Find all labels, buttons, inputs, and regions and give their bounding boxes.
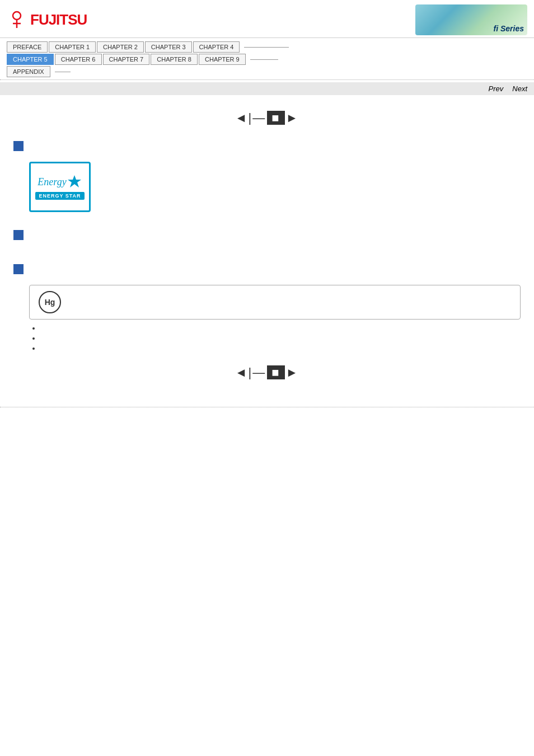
energy-star-logo: Energy ENERGY STAR — [29, 162, 91, 212]
svg-point-0 — [13, 12, 21, 20]
nav-tab-chapter7[interactable]: CHAPTER 7 — [103, 54, 150, 65]
energy-star-star-icon — [67, 174, 82, 190]
logo-text: FUJITSU — [30, 11, 87, 29]
energy-star-label: ENERGY STAR — [35, 192, 84, 200]
nav-tab-chapter2[interactable]: CHAPTER 2 — [97, 41, 144, 53]
nav-row-2: CHAPTER 5 CHAPTER 6 CHAPTER 7 CHAPTER 8 … — [7, 54, 527, 65]
section-3: Hg — [13, 260, 521, 352]
header-banner: fi Series — [415, 4, 527, 35]
page-nav-bottom: ◄|—■► — [13, 365, 521, 380]
section-2 — [13, 226, 521, 246]
separator-bottom — [0, 407, 534, 407]
nav-tab-appendix[interactable]: APPENDIX — [7, 66, 50, 77]
section-1-bullet — [13, 141, 24, 151]
main-content: ◄|—■► Energy ENERGY STAR Hg — [0, 95, 534, 398]
nav-tab-preface[interactable]: PREFACE — [7, 41, 48, 53]
nav-area: PREFACE CHAPTER 1 CHAPTER 2 CHAPTER 3 CH… — [0, 38, 534, 77]
bullet-item-1 — [40, 324, 521, 332]
nav-tab-chapter5[interactable]: CHAPTER 5 — [7, 54, 54, 65]
nav-tab-chapter3[interactable]: CHAPTER 3 — [145, 41, 192, 53]
prev-next-bar: Prev Next — [0, 82, 534, 95]
energy-star-script: Energy — [38, 176, 66, 188]
page-header: FUJITSU fi Series — [0, 0, 534, 38]
nav-line-2 — [250, 59, 278, 60]
nav-tab-chapter6[interactable]: CHAPTER 6 — [55, 54, 102, 65]
section-1: Energy ENERGY STAR — [13, 137, 521, 212]
nav-row-3: APPENDIX — [7, 66, 527, 77]
nav-line-1 — [244, 47, 289, 48]
svg-marker-3 — [68, 175, 81, 187]
mercury-box: Hg — [29, 285, 521, 320]
bullet-list — [40, 324, 521, 352]
bullet-item-3 — [40, 344, 521, 352]
separator-top — [0, 79, 534, 80]
fi-series-label: fi Series — [494, 24, 524, 33]
bullet-item-2 — [40, 334, 521, 342]
prev-button[interactable]: Prev — [489, 84, 504, 93]
hg-symbol: Hg — [39, 291, 61, 313]
nav-tab-chapter1[interactable]: CHAPTER 1 — [49, 41, 96, 53]
nav-row-1: PREFACE CHAPTER 1 CHAPTER 2 CHAPTER 3 CH… — [7, 41, 527, 53]
next-button[interactable]: Next — [512, 84, 527, 93]
nav-line-3 — [55, 72, 71, 72]
section-3-bullet — [13, 264, 24, 274]
section-2-bullet — [13, 230, 24, 240]
fujitsu-logo: FUJITSU — [7, 10, 87, 30]
nav-tab-chapter4[interactable]: CHAPTER 4 — [193, 41, 240, 53]
nav-tab-chapter8[interactable]: CHAPTER 8 — [151, 54, 198, 65]
page-nav-top: ◄|—■► — [13, 111, 521, 125]
nav-tab-chapter9[interactable]: CHAPTER 9 — [199, 54, 246, 65]
